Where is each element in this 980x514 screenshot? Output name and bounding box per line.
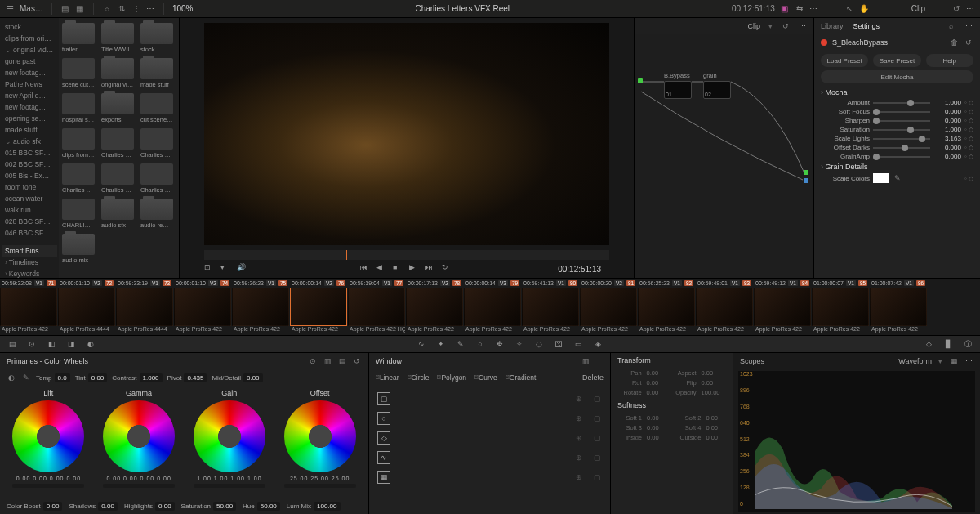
param-keyframe[interactable]: ◦ ◇ [964, 135, 973, 142]
kf-value[interactable]: 100.00 [702, 389, 726, 396]
nodes-clip-menu[interactable]: Clip [747, 22, 760, 30]
media-thumb[interactable]: audio rework [140, 199, 173, 229]
adjust-value[interactable]: 100.00 [314, 502, 340, 511]
tree-item[interactable]: opening se… [2, 113, 57, 124]
window-shape-row[interactable]: ▦⊕▢ [369, 467, 610, 487]
shape-invert-icon[interactable]: ⊕ [574, 394, 584, 404]
timeline-clip[interactable]: 00:59:41:13V180Apple ProRes 422 [522, 279, 579, 335]
kf-value[interactable]: 0.00 [706, 414, 726, 422]
pointer-icon[interactable]: ↖ [844, 4, 854, 14]
smart-bin-item[interactable]: Keywords [2, 268, 57, 278]
kf-value[interactable]: 0.00 [647, 379, 665, 387]
media-thumb[interactable]: Charlies Let… [101, 163, 134, 194]
media-thumb[interactable]: made stuff [140, 58, 173, 88]
param-slider[interactable] [873, 156, 930, 158]
tree-item[interactable]: stock [2, 21, 57, 33]
fit-icon[interactable]: ⊡ [204, 263, 216, 275]
next-frame-icon[interactable]: ⏭ [425, 263, 437, 275]
tool-qualifier-icon[interactable]: ✎ [455, 338, 466, 350]
tool-kf-icon[interactable]: ◇ [923, 338, 934, 350]
reset-icon[interactable]: ↺ [951, 4, 961, 14]
tree-item[interactable]: clips from ori… [2, 33, 57, 44]
section-grain[interactable]: Grain Details [814, 161, 980, 172]
master-slider[interactable] [12, 484, 84, 488]
media-thumb[interactable]: audio mix [62, 234, 95, 264]
media-thumbnails[interactable]: trailerTitle WWIIstockscene cut b…origin… [59, 18, 179, 278]
window-tool-circle[interactable]: ⌑Circle [408, 373, 430, 382]
window-tool-linear[interactable]: ⌑Linear [376, 373, 399, 382]
inspector-more-icon[interactable]: ⋯ [965, 22, 973, 30]
kf-value[interactable]: 0.00 [702, 369, 726, 377]
hamburger-icon[interactable]: ☰ [5, 4, 15, 14]
param-value[interactable]: 3.163 [933, 135, 961, 142]
media-thumb[interactable]: trailer [62, 23, 95, 53]
fx-enabled-dot[interactable] [821, 39, 827, 46]
shape-mask-icon[interactable]: ▢ [592, 472, 602, 482]
bars-mode-icon[interactable]: ▥ [323, 356, 332, 366]
smart-bin-item[interactable]: Timelines [2, 257, 57, 268]
color-wheel-gamma[interactable]: Gamma0.00 0.00 0.00 0.00 [98, 389, 180, 498]
media-thumb[interactable]: CHARLIE'S … [62, 199, 95, 229]
kf-value[interactable]: 0.00 [702, 379, 726, 387]
param-value[interactable]: 0.000 [933, 153, 961, 160]
timeline-clip[interactable]: 00:00:00:14V379Apple ProRes 422 [464, 279, 521, 335]
tree-item[interactable]: walk run [2, 204, 57, 216]
filter-icon[interactable]: ⋮ [131, 4, 141, 14]
hand-icon[interactable]: ✋ [859, 4, 869, 14]
tree-item[interactable]: 015 BBC SF… [2, 147, 57, 159]
tree-item[interactable]: Pathe News [2, 78, 57, 90]
adjust-value[interactable]: 0.435 [184, 373, 207, 382]
param-slider[interactable] [873, 120, 930, 122]
shape-invert-icon[interactable]: ⊕ [574, 472, 584, 482]
param-keyframe[interactable]: ◦ ◇ [964, 144, 973, 151]
shape-invert-icon[interactable]: ⊕ [574, 453, 584, 463]
kf-softness-header[interactable]: Softness [611, 398, 733, 413]
tool-fx-icon[interactable]: ✧ [514, 338, 525, 350]
master-slider[interactable] [103, 484, 175, 488]
clip-menu[interactable]: Clip [911, 4, 925, 13]
media-thumb[interactable]: hospital sc… [62, 93, 95, 123]
sort-icon[interactable]: ⇅ [117, 4, 127, 14]
viewer-timecode[interactable]: 00:12:51:13 [558, 265, 601, 274]
param-slider[interactable] [873, 138, 930, 140]
adjust-value[interactable]: 50.00 [213, 502, 236, 511]
media-thumb[interactable]: original video [101, 58, 134, 88]
window-delete-button[interactable]: Delete [582, 373, 604, 382]
color-wheel-offset[interactable]: Offset25.00 25.00 25.00 [279, 389, 361, 498]
param-slider[interactable] [873, 111, 930, 113]
param-value[interactable]: 1.000 [933, 99, 961, 106]
tool-stereo-icon[interactable]: ◈ [592, 338, 604, 350]
more2-icon[interactable]: ⋯ [809, 4, 818, 13]
tool-highlight-icon[interactable]: ◐ [85, 338, 96, 350]
safe-icon[interactable]: ▾ [220, 263, 232, 275]
param-keyframe[interactable]: ◦ ◇ [964, 153, 973, 160]
flag-icon[interactable]: ▣ [780, 4, 790, 14]
window-tool-curve[interactable]: ⌑Curve [474, 373, 497, 382]
media-thumb[interactable]: Charlies Let… [62, 163, 95, 194]
tool-key-icon[interactable]: ⚿ [553, 338, 564, 350]
master-slider[interactable] [284, 484, 356, 488]
inspector-reset-icon[interactable]: ↺ [964, 38, 973, 47]
tool-blur-icon[interactable]: ◌ [533, 338, 545, 350]
tree-item[interactable]: 046 BBC SF… [2, 227, 57, 239]
list-view-icon[interactable]: ▤ [60, 4, 70, 14]
timeline-clip[interactable]: 00:00:01:10V272Apple ProRes 4444 [58, 279, 115, 335]
node-graph[interactable]: B.Bypass01grain02 [635, 34, 813, 278]
tool-sizing-icon[interactable]: ▭ [572, 338, 584, 350]
media-thumb[interactable]: cut scene g… [140, 93, 173, 123]
scale-colors-swatch[interactable] [873, 173, 889, 183]
tree-item[interactable]: 028 BBC SF… [2, 216, 57, 227]
param-value[interactable]: 0.000 [933, 144, 961, 151]
shape-mask-icon[interactable]: ▢ [592, 453, 602, 463]
media-thumb[interactable]: Charlies Let… [140, 128, 173, 159]
window-more-icon[interactable]: ⋯ [595, 356, 604, 366]
window-shape-row[interactable]: ▢⊕▢ [369, 389, 610, 409]
trash-icon[interactable]: 🗑 [949, 38, 959, 47]
shape-invert-icon[interactable]: ⊕ [574, 413, 584, 423]
section-mocha[interactable]: Mocha [814, 87, 980, 98]
more-icon[interactable]: ⋯ [146, 4, 155, 13]
kf-transform-header[interactable]: Transform [611, 353, 733, 368]
param-slider[interactable] [873, 129, 930, 131]
master-label[interactable]: Mas… [20, 4, 43, 13]
tree-item[interactable]: new footag… [2, 67, 57, 78]
